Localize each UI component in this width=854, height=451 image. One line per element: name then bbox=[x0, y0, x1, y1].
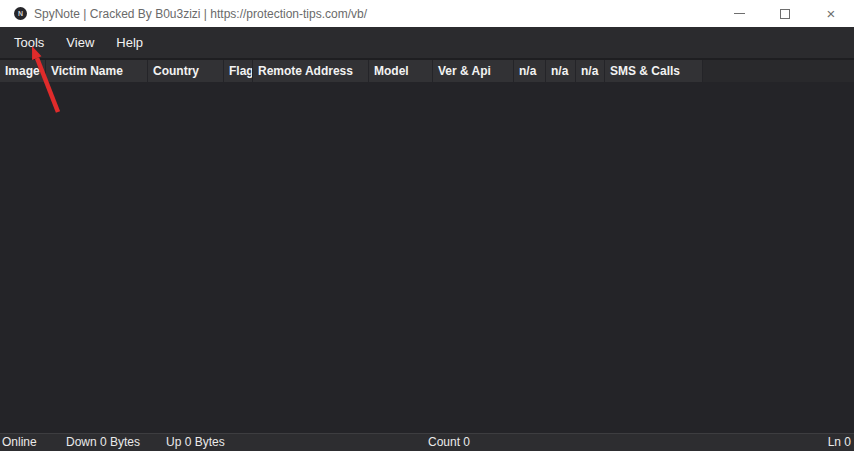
maximize-button[interactable] bbox=[762, 0, 808, 27]
menu-item[interactable]: Help bbox=[105, 29, 154, 56]
status-online: Online bbox=[2, 435, 37, 449]
status-download: Down 0 Bytes bbox=[66, 435, 140, 449]
column-header[interactable]: Ver & Api bbox=[433, 60, 514, 82]
column-header[interactable]: Remote Address bbox=[253, 60, 369, 82]
menu-item[interactable]: Tools bbox=[3, 29, 55, 56]
status-ln: Ln 0 bbox=[828, 435, 851, 449]
status-count: Count 0 bbox=[428, 435, 470, 449]
column-header[interactable]: Flag bbox=[224, 60, 253, 82]
column-header[interactable]: Model bbox=[369, 60, 433, 82]
status-upload: Up 0 Bytes bbox=[166, 435, 225, 449]
column-header[interactable]: n/a bbox=[546, 60, 576, 82]
column-header[interactable]: Victim Name bbox=[46, 60, 148, 82]
status-bar: Online Down 0 Bytes Up 0 Bytes Count 0 L… bbox=[0, 433, 854, 451]
column-header[interactable]: Image bbox=[0, 60, 46, 82]
column-header[interactable]: Country bbox=[148, 60, 224, 82]
title-bar: N SpyNote | Cracked By B0u3zizi | https:… bbox=[0, 0, 854, 27]
column-header[interactable]: n/a bbox=[514, 60, 546, 82]
minimize-button[interactable] bbox=[716, 0, 762, 27]
menu-bar: ToolsViewHelp bbox=[0, 27, 854, 60]
table-header-row: ImageVictim NameCountryFlagRemote Addres… bbox=[0, 60, 854, 82]
column-header[interactable]: n/a bbox=[576, 60, 605, 82]
column-header[interactable]: SMS & Calls bbox=[605, 60, 703, 82]
window-title: SpyNote | Cracked By B0u3zizi | https://… bbox=[34, 7, 367, 21]
victim-list-body[interactable] bbox=[0, 82, 854, 433]
app-icon: N bbox=[14, 7, 27, 20]
minimize-icon bbox=[734, 13, 745, 14]
close-button[interactable]: × bbox=[808, 0, 854, 27]
close-icon: × bbox=[827, 6, 836, 21]
maximize-icon bbox=[780, 9, 790, 19]
window-controls: × bbox=[716, 0, 854, 27]
app-window: N SpyNote | Cracked By B0u3zizi | https:… bbox=[0, 0, 854, 451]
menu-item[interactable]: View bbox=[55, 29, 105, 56]
